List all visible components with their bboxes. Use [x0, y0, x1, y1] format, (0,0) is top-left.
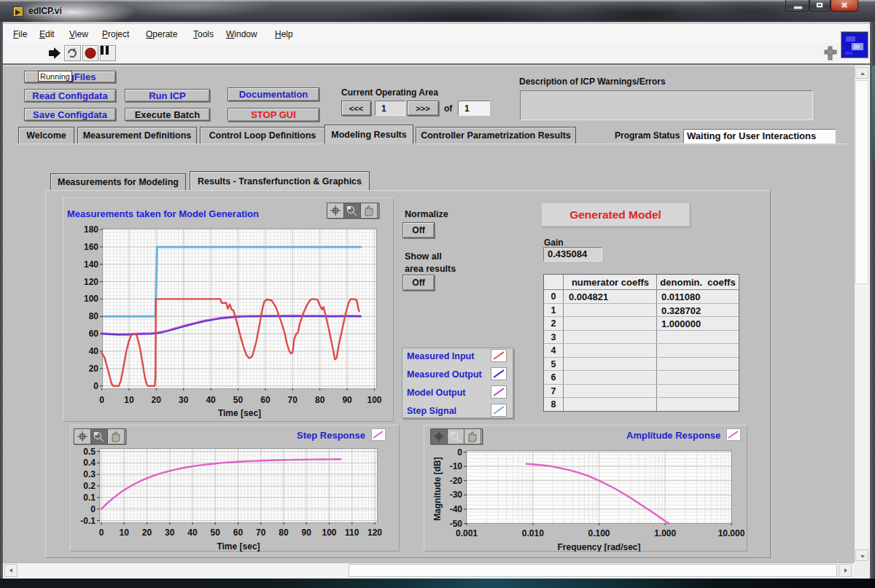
svg-text:1.000: 1.000	[654, 528, 676, 538]
svg-text:120: 120	[368, 528, 382, 538]
svg-text:40: 40	[206, 395, 216, 405]
svg-text:80: 80	[315, 395, 325, 405]
svg-text:Time [sec]: Time [sec]	[218, 408, 261, 418]
svg-text:Magnitude [dB]: Magnitude [dB]	[432, 457, 443, 520]
svg-text:120: 120	[84, 277, 98, 287]
svg-text:180: 180	[84, 224, 98, 235]
svg-text:20: 20	[142, 528, 152, 538]
svg-text:50: 50	[233, 395, 244, 405]
svg-text:140: 140	[84, 259, 98, 270]
svg-text:90: 90	[342, 395, 352, 405]
svg-text:-10: -10	[450, 461, 463, 471]
svg-text:110: 110	[345, 528, 359, 538]
svg-text:0.010: 0.010	[522, 528, 544, 538]
svg-text:30: 30	[165, 528, 175, 538]
svg-text:0: 0	[457, 447, 462, 458]
svg-text:Frequency [rad/sec]: Frequency [rad/sec]	[557, 542, 640, 552]
svg-text:0.5: 0.5	[83, 447, 96, 457]
svg-text:100: 100	[367, 395, 381, 405]
svg-text:0: 0	[99, 528, 104, 538]
svg-text:0: 0	[93, 381, 98, 391]
svg-text:60: 60	[260, 395, 271, 405]
svg-text:70: 70	[256, 528, 266, 538]
svg-text:50: 50	[211, 528, 221, 538]
svg-text:100: 100	[322, 528, 336, 538]
svg-text:80: 80	[89, 311, 99, 321]
svg-text:Time [sec]: Time [sec]	[217, 541, 260, 552]
svg-text:80: 80	[279, 528, 289, 538]
svg-text:-40: -40	[450, 504, 463, 514]
svg-text:60: 60	[233, 528, 244, 538]
svg-text:40: 40	[187, 528, 198, 538]
svg-text:0.100: 0.100	[588, 528, 610, 538]
svg-text:-0.1: -0.1	[80, 516, 96, 526]
svg-text:-30: -30	[450, 490, 463, 500]
svg-text:90: 90	[302, 528, 312, 538]
svg-text:60: 60	[89, 329, 99, 339]
svg-text:-20: -20	[450, 476, 463, 486]
svg-text:40: 40	[89, 346, 99, 356]
svg-text:10.000: 10.000	[718, 528, 745, 538]
svg-text:0: 0	[99, 395, 104, 405]
svg-text:20: 20	[89, 364, 99, 374]
svg-text:20: 20	[152, 395, 162, 405]
svg-text:100: 100	[84, 294, 98, 304]
svg-text:30: 30	[179, 395, 189, 405]
svg-text:10: 10	[124, 395, 134, 405]
svg-text:0.3: 0.3	[83, 469, 96, 479]
svg-text:0.1: 0.1	[83, 493, 96, 503]
svg-text:70: 70	[288, 395, 298, 405]
svg-text:10: 10	[120, 528, 130, 538]
svg-text:0.4: 0.4	[83, 458, 96, 468]
svg-text:0.2: 0.2	[83, 481, 96, 491]
svg-text:160: 160	[84, 242, 98, 252]
svg-text:-50: -50	[450, 519, 463, 529]
svg-text:0: 0	[90, 504, 96, 514]
svg-text:0.001: 0.001	[456, 528, 478, 538]
